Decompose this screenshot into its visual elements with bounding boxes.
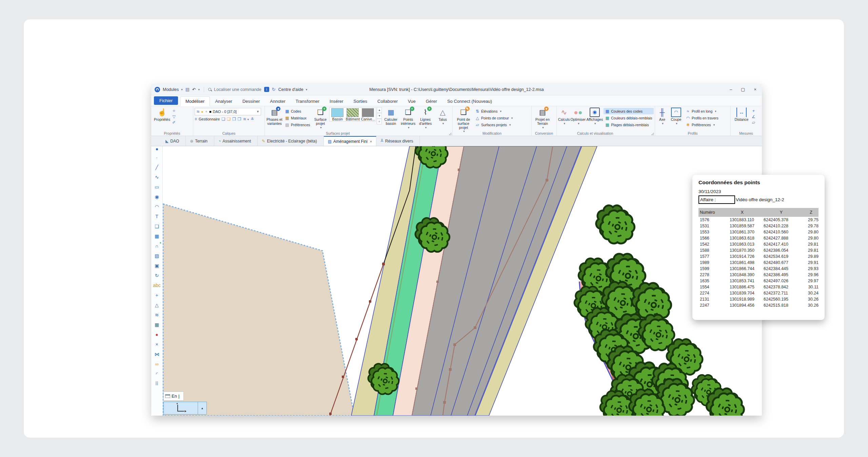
minimize-button[interactable]: – xyxy=(730,87,732,92)
restore-button[interactable]: ▢ xyxy=(741,87,745,92)
codes-button[interactable]: ▦Codes xyxy=(283,108,312,114)
doc-tab-dao[interactable]: ◣ DAO xyxy=(161,136,186,146)
doc-tab-terrain[interactable]: ⊕ Terrain xyxy=(186,136,214,146)
distribute-tool[interactable]: ⠿ xyxy=(152,379,162,388)
axis-node[interactable] xyxy=(449,368,452,371)
modules-menu[interactable]: Modules xyxy=(163,87,183,92)
callout-tool[interactable]: ❑ xyxy=(152,221,162,231)
parcel-polygon[interactable] xyxy=(163,204,354,416)
surface-projet-button[interactable]: ❏+ Surface projet xyxy=(312,107,329,129)
tab-fichier[interactable]: Fichier xyxy=(154,96,178,105)
axis-dropdown[interactable]: ▲ xyxy=(198,402,206,414)
table-row[interactable]: 1566 1301863.618 6242427.888 29.80 xyxy=(698,235,818,241)
tree-symbol[interactable] xyxy=(596,205,634,243)
phases-variantes-button[interactable]: ▤● Phases et variantes xyxy=(266,107,283,126)
tab-so-connect[interactable]: So Connect (Nouveau) xyxy=(442,97,497,106)
tab-sorties[interactable]: Sorties xyxy=(349,97,372,106)
filter-icon[interactable]: ▽ xyxy=(172,114,176,119)
affaire-label-box[interactable]: Affaire : xyxy=(698,195,735,204)
table-row[interactable]: 1554 1301886.475 6242378.842 30.11 xyxy=(698,284,818,290)
delete-tool[interactable]: ● xyxy=(152,329,162,339)
rotate-tool[interactable]: ↻ xyxy=(152,270,162,280)
table-row[interactable]: 1635 1301853.741 6242497.026 29.97 xyxy=(698,278,818,284)
profils-en-travers-button[interactable]: ◠Profils en travers xyxy=(684,115,720,121)
mirror-tool[interactable]: △ xyxy=(152,300,162,310)
table-row[interactable]: 2278 1301848.390 6242386.495 29.96 xyxy=(698,272,818,278)
couleurs-des-codes-button[interactable]: ▦Couleurs des codes xyxy=(604,108,653,114)
tab-modeliser[interactable]: Modéliser xyxy=(180,96,210,106)
tab-analyser[interactable]: Analyser xyxy=(210,97,237,106)
info-badge-icon[interactable]: i xyxy=(264,87,269,92)
optimiser-button[interactable]: ●● Optimiser xyxy=(570,107,586,125)
layer-tool-icon-4[interactable]: ❒ xyxy=(238,117,241,121)
table-row[interactable]: 1989 1301861.498 6242480.677 29.91 xyxy=(698,260,818,266)
plages-deblais-remblais-button[interactable]: ▦Plages déblais-remblais xyxy=(604,121,653,128)
table-row[interactable]: 1588 1301870.350 6242386.054 29.81 xyxy=(698,247,818,253)
lignes-aretes-button[interactable]: ⌇+ Lignes d'arêtes xyxy=(417,107,434,129)
proprietes-button[interactable]: ☝ Propriétés xyxy=(153,107,172,122)
talus-button[interactable]: △ Talus xyxy=(434,107,451,125)
table-row[interactable]: 1577 1301914.726 6242534.619 29.89 xyxy=(698,253,818,260)
red-node[interactable] xyxy=(355,338,358,340)
copy-contour-tool[interactable]: ▣ xyxy=(152,261,162,270)
gallery-more-icon[interactable]: ≡ xyxy=(377,119,382,125)
measure-point-icon[interactable]: + xyxy=(752,109,755,113)
point-surface-projet-button[interactable]: ❏✎ Point de surface projet xyxy=(454,107,473,133)
table-row[interactable]: 2247 1301894.456 6242515.818 30.26 xyxy=(698,302,818,308)
gallery-up-icon[interactable]: ▲ xyxy=(377,107,382,113)
axis-node[interactable] xyxy=(546,179,548,182)
eyedropper-icon[interactable]: ✐ xyxy=(172,120,176,125)
circle-tool[interactable]: ◉ xyxy=(152,192,162,202)
gallery-item-batiment[interactable]: Bâtiment xyxy=(346,108,360,121)
save-icon[interactable]: ▤ xyxy=(185,87,190,92)
couleurs-deblais-remblais-button[interactable]: ▦Couleurs déblais-remblais xyxy=(604,115,653,121)
preferences-button[interactable]: ▤Préférences xyxy=(283,121,312,128)
dialog-launcher-icon[interactable]: ◿ xyxy=(449,132,451,135)
offset-tool[interactable]: ≋ xyxy=(152,310,162,320)
coupe-button[interactable]: ◠ Coupe xyxy=(669,107,684,125)
search-command[interactable]: Localiser une commande xyxy=(214,87,261,92)
points-contour-button[interactable]: △Points de contour xyxy=(474,115,514,121)
doc-tab-electricite[interactable]: ✎ Electricité - Eclairage (béta) xyxy=(258,136,323,146)
layer-tool-icon-5[interactable]: ≋ xyxy=(243,117,249,121)
arc-tool[interactable]: ◠ xyxy=(152,202,162,211)
axis-node[interactable] xyxy=(443,401,446,404)
paint-icon[interactable]: ✧ xyxy=(172,109,176,113)
merge-shape-tool[interactable]: ▦ xyxy=(152,320,162,329)
table-row[interactable]: 1531 1301859.587 6242410.228 29.78 xyxy=(698,223,818,229)
table-row[interactable]: 1542 1301863.013 6242417.410 29.81 xyxy=(698,241,818,247)
undo-button[interactable]: ↶ xyxy=(192,87,200,92)
gallery-item-bassin[interactable]: Bassin xyxy=(330,108,344,121)
survey-node[interactable] xyxy=(415,387,418,390)
close-tab-icon[interactable]: × xyxy=(370,139,372,144)
measure-angle-icon[interactable]: ∠ xyxy=(752,114,755,119)
distance-button[interactable]: ↔ Distance xyxy=(732,107,751,122)
calculer-bassin-button[interactable]: ▦ Calculer bassin xyxy=(382,107,399,126)
survey-node[interactable] xyxy=(436,281,439,283)
red-node[interactable] xyxy=(342,376,344,378)
table-row[interactable]: 1599 1301866.744 6242384.445 29.93 xyxy=(698,266,818,272)
doc-tab-amenagement-fini[interactable]: ▧ Aménagement Fini × xyxy=(324,136,377,146)
layer-tool-icon-1[interactable]: ❏ xyxy=(221,117,225,121)
layer-selector[interactable]: ≋ ● ⚬ ■ DAO - 0 [37,0] ▼ xyxy=(195,108,261,115)
dialog-launcher-icon[interactable]: ◿ xyxy=(651,132,654,135)
text-tool[interactable]: T xyxy=(152,211,162,221)
ucs-widget[interactable]: ▲ xyxy=(163,402,207,415)
curve-code-tool[interactable]: ∩ ● xyxy=(152,241,162,251)
points-interieurs-button[interactable]: ❏+ Points intérieurs xyxy=(400,107,416,129)
dimension-frame-tool[interactable]: ▦ xyxy=(152,231,162,241)
red-node[interactable] xyxy=(369,300,371,303)
polyline-tool[interactable]: ╱ xyxy=(152,162,162,172)
rectangle-tool[interactable]: ▭ xyxy=(152,182,162,192)
help-center-menu[interactable]: Centre d'aide xyxy=(278,87,308,92)
hatch-tool[interactable]: ▨ xyxy=(152,251,162,261)
table-row[interactable]: 2131 1301918.989 6242560.195 30.26 xyxy=(698,296,818,302)
red-node[interactable] xyxy=(329,413,332,415)
red-node[interactable] xyxy=(382,263,385,265)
spline-tool[interactable]: ∿ xyxy=(152,172,162,182)
tab-inserer[interactable]: Insérer xyxy=(324,97,348,106)
tab-transformer[interactable]: Transformer xyxy=(291,97,324,106)
tab-dessiner[interactable]: Dessiner xyxy=(237,97,265,106)
command-prompt[interactable]: En| xyxy=(163,392,184,401)
table-row[interactable]: 2274 1301839.704 6242372.711 30.24 xyxy=(698,290,818,296)
